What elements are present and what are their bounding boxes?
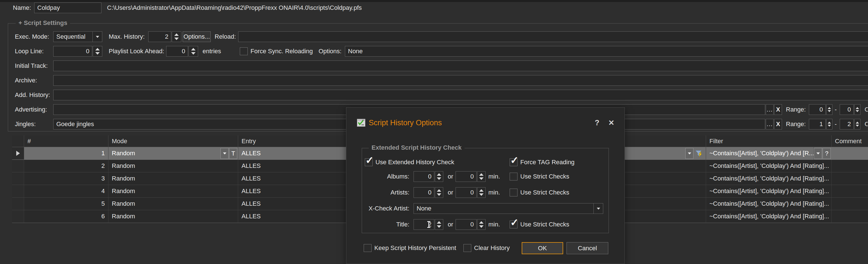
cell-num[interactable]: 3 [24, 172, 108, 185]
artists-strict-checkbox[interactable]: ✓ [510, 188, 518, 197]
max-history-value[interactable]: 2 [148, 31, 171, 42]
max-history-arrows[interactable] [172, 31, 181, 42]
artists-spinner[interactable]: 0 [413, 187, 443, 198]
cell-mode[interactable]: Random [108, 198, 238, 210]
keep-history-checkbox[interactable]: ✓ [364, 244, 372, 252]
jingles-range-to-spinner[interactable]: 2 [840, 119, 861, 129]
name-input[interactable]: Coldpay [34, 2, 101, 13]
artists-min-value[interactable]: 0 [456, 187, 476, 198]
cell-mode[interactable]: Random [108, 210, 238, 223]
title-value[interactable]: 2 [413, 219, 434, 230]
cell-filter[interactable]: ~Contains([Artist], 'Coldplay') And [Rat… [706, 198, 832, 210]
filter-dropdown-icon[interactable] [814, 148, 822, 159]
advertising-range-from-spinner[interactable]: 0 [809, 104, 832, 115]
column-header[interactable] [12, 135, 24, 147]
albums-value[interactable]: 0 [413, 171, 434, 182]
exec-mode-dropdown-icon[interactable] [92, 32, 102, 42]
options-button[interactable]: Options... [183, 31, 211, 42]
cell-num[interactable]: 4 [24, 185, 108, 198]
jingles-range-from-spinner[interactable]: 1 [809, 119, 832, 129]
adv-range-from-arrows[interactable] [826, 104, 832, 115]
title-arrows[interactable] [435, 219, 443, 230]
reload-input[interactable] [238, 31, 868, 42]
cell-filter[interactable]: ~Contains([Artist], 'Coldplay') And [Rat… [706, 185, 832, 198]
dialog-close-button[interactable]: ✕ [606, 117, 616, 128]
look-ahead-value[interactable]: 0 [166, 46, 188, 57]
cell-filter[interactable]: ~Contains([Artist], 'Coldplay') And [Rat… [706, 172, 832, 185]
adv-range-to-value[interactable]: 0 [840, 104, 854, 115]
column-header-mode[interactable]: Mode [108, 135, 238, 147]
clear-history-checkbox[interactable]: ✓ [463, 244, 471, 252]
title-strict-checkbox[interactable]: ✓ [510, 221, 518, 228]
script-settings-legend[interactable]: + Script Settings [16, 19, 70, 27]
xcheck-dropdown-icon[interactable] [593, 203, 603, 213]
cell-filter[interactable]: ~Contains([Artist], 'Coldplay') And [Rat… [706, 160, 832, 172]
cell-filter[interactable]: ~Contains([Artist], 'Coldplay') And [R..… [706, 147, 814, 160]
albums-spinner[interactable]: 0 [413, 171, 443, 182]
advertising-browse-button[interactable]: ... [766, 104, 774, 115]
advertising-range-to-spinner[interactable]: 0 [840, 104, 861, 115]
jin-range-from-value[interactable]: 1 [809, 119, 826, 129]
options-value-field[interactable]: None [345, 46, 868, 57]
look-ahead-spinner[interactable]: 0 [166, 46, 198, 57]
loop-line-value[interactable]: 0 [53, 46, 92, 57]
column-header-num[interactable]: # [24, 135, 108, 147]
albums-min-arrows[interactable] [477, 171, 486, 182]
initial-track-input[interactable] [53, 61, 868, 71]
column-header-filter[interactable]: Filter [706, 135, 832, 147]
use-extended-checkbox[interactable]: ✓ [365, 158, 373, 166]
jin-range-from-arrows[interactable] [826, 119, 832, 129]
archive-input[interactable] [53, 75, 868, 86]
artists-min-spinner[interactable]: 0 [456, 187, 486, 198]
artists-arrows[interactable] [435, 187, 443, 198]
cell-comment[interactable] [832, 185, 868, 198]
jin-range-to-value[interactable]: 2 [840, 119, 854, 129]
filter-lightning-icon[interactable] [694, 149, 704, 158]
albums-arrows[interactable] [435, 171, 443, 182]
look-ahead-arrows[interactable] [189, 46, 198, 57]
exec-mode-select[interactable]: Sequential [53, 31, 102, 42]
mode-t-button[interactable]: T [229, 148, 237, 159]
add-history-input[interactable] [53, 90, 868, 100]
jingles-clear-button[interactable]: X [774, 119, 782, 129]
cell-mode[interactable]: Random [108, 160, 238, 172]
cell-num[interactable]: 5 [24, 198, 108, 210]
artists-min-arrows[interactable] [477, 187, 486, 198]
cell-mode[interactable]: Random [108, 172, 238, 185]
cancel-button[interactable]: Cancel [566, 242, 608, 254]
cell-comment[interactable] [832, 160, 868, 172]
ok-button[interactable]: OK [522, 242, 563, 254]
advertising-clear-button[interactable]: X [774, 104, 782, 115]
jin-range-to-arrows[interactable] [854, 119, 861, 129]
loop-line-arrows[interactable] [93, 46, 102, 57]
cell-num[interactable]: 1 [24, 147, 108, 160]
cell-comment[interactable] [832, 210, 868, 223]
xcheck-select[interactable]: None [413, 203, 603, 214]
cell-comment[interactable] [832, 172, 868, 185]
artists-value[interactable]: 0 [413, 187, 434, 198]
albums-min-spinner[interactable]: 0 [456, 171, 486, 182]
loop-line-spinner[interactable]: 0 [53, 46, 102, 57]
max-history-spinner[interactable]: 2 [148, 31, 181, 42]
force-sync-checkbox[interactable]: ✓ [240, 47, 248, 55]
title-spinner[interactable]: 2 [413, 219, 443, 230]
mode-dropdown-icon[interactable] [220, 148, 229, 159]
albums-strict-checkbox[interactable]: ✓ [510, 173, 518, 180]
column-header-comment[interactable]: Comment [832, 135, 868, 147]
title-min-arrows[interactable] [477, 219, 486, 230]
cell-num[interactable]: 2 [24, 160, 108, 172]
filter-help-button[interactable]: ? [823, 148, 831, 159]
cell-mode[interactable]: Random [108, 147, 238, 160]
cell-comment[interactable] [832, 147, 868, 160]
adv-range-to-arrows[interactable] [854, 104, 861, 115]
dialog-help-button[interactable]: ? [592, 117, 602, 128]
force-tag-checkbox[interactable]: ✓ [510, 158, 518, 166]
cell-num[interactable]: 6 [24, 210, 108, 223]
cell-filter[interactable]: ~Contains([Artist], 'Coldplay') And [Rat… [706, 210, 832, 223]
cell-comment[interactable] [832, 198, 868, 210]
adv-range-from-value[interactable]: 0 [809, 104, 826, 115]
title-min-spinner[interactable]: 0 [456, 219, 486, 230]
albums-min-value[interactable]: 0 [456, 171, 476, 182]
jingles-browse-button[interactable]: ... [766, 119, 774, 129]
cell-mode[interactable]: Random [108, 185, 238, 198]
